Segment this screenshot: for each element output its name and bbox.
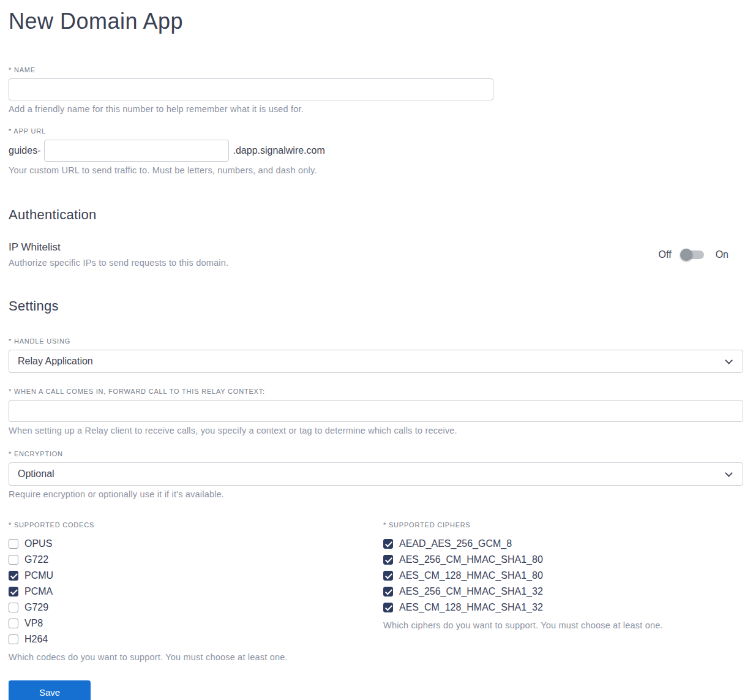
- encryption-value: Optional: [18, 469, 54, 480]
- codecs-ciphers-grid: * SUPPORTED CODECS OPUS G722 PCMU PCMA: [9, 521, 743, 662]
- chevron-down-icon: [725, 469, 733, 477]
- codec-option-label: OPUS: [24, 538, 52, 549]
- handle-using-select[interactable]: Relay Application: [9, 350, 743, 373]
- codec-option-pcmu[interactable]: PCMU: [9, 568, 383, 584]
- checkbox-icon[interactable]: [383, 555, 393, 565]
- app-url-prefix: guides-: [9, 145, 40, 156]
- ip-whitelist-label: IP Whitelist: [9, 241, 228, 254]
- toggle-on-label: On: [716, 249, 729, 260]
- toggle-knob-icon: [680, 249, 692, 261]
- checkbox-icon[interactable]: [9, 555, 18, 565]
- ip-whitelist-row: IP Whitelist Authorize specific IPs to s…: [9, 241, 743, 268]
- handle-using-group: * HANDLE USING Relay Application: [9, 337, 743, 373]
- cipher-option-aes-256-cm-hmac-sha1-32[interactable]: AES_256_CM_HMAC_SHA1_32: [383, 584, 743, 600]
- codec-option-label: G729: [24, 602, 48, 613]
- codec-option-label: G722: [24, 554, 48, 565]
- name-input[interactable]: [9, 78, 493, 100]
- cipher-option-label: AEAD_AES_256_GCM_8: [399, 538, 512, 549]
- name-field-group: * NAME Add a friendly name for this numb…: [9, 66, 743, 114]
- app-url-suffix: .dapp.signalwire.com: [233, 145, 324, 156]
- relay-context-group: * WHEN A CALL COMES IN, FORWARD CALL TO …: [9, 388, 743, 435]
- app-url-helper: Your custom URL to send traffic to. Must…: [9, 165, 743, 175]
- checkbox-icon[interactable]: [9, 571, 18, 581]
- cipher-option-aes-cm-128-hmac-sha1-32[interactable]: AES_CM_128_HMAC_SHA1_32: [383, 600, 743, 615]
- encryption-helper: Require encryption or optionally use it …: [9, 489, 743, 499]
- codec-option-vp8[interactable]: VP8: [9, 615, 383, 631]
- checkbox-icon[interactable]: [383, 603, 393, 612]
- app-url-row: guides- .dapp.signalwire.com: [9, 140, 743, 162]
- relay-context-label: * WHEN A CALL COMES IN, FORWARD CALL TO …: [9, 388, 743, 395]
- codecs-column: * SUPPORTED CODECS OPUS G722 PCMU PCMA: [9, 521, 383, 662]
- ciphers-helper: Which ciphers do you want to support. Yo…: [383, 620, 743, 630]
- page-title: New Domain App: [9, 9, 743, 34]
- cipher-option-label: AES_CM_128_HMAC_SHA1_32: [399, 602, 543, 613]
- chevron-down-icon: [725, 356, 733, 364]
- cipher-option-aead-aes-256-gcm-8[interactable]: AEAD_AES_256_GCM_8: [383, 536, 743, 552]
- checkbox-icon[interactable]: [9, 619, 18, 628]
- ip-whitelist-toggle-group: Off On: [659, 248, 729, 262]
- codec-option-label: VP8: [24, 618, 43, 629]
- checkbox-icon[interactable]: [383, 571, 393, 581]
- codec-option-label: PCMU: [24, 570, 53, 581]
- ip-whitelist-toggle[interactable]: [680, 248, 707, 262]
- app-url-input[interactable]: [44, 140, 229, 162]
- cipher-option-label: AES_256_CM_HMAC_SHA1_32: [399, 586, 543, 597]
- checkbox-icon[interactable]: [383, 587, 393, 597]
- codec-option-opus[interactable]: OPUS: [9, 536, 383, 552]
- codec-option-label: H264: [24, 634, 48, 645]
- authentication-heading: Authentication: [9, 207, 743, 223]
- codec-option-label: PCMA: [24, 586, 53, 597]
- checkbox-icon[interactable]: [9, 634, 18, 644]
- cipher-option-aes-256-cm-hmac-sha1-80[interactable]: AES_256_CM_HMAC_SHA1_80: [383, 552, 743, 568]
- toggle-off-label: Off: [659, 249, 672, 260]
- codecs-helper: Which codecs do you want to support. You…: [9, 652, 383, 662]
- ciphers-label: * SUPPORTED CIPHERS: [383, 521, 743, 529]
- name-label: * NAME: [9, 66, 743, 73]
- cipher-option-label: AES_CM_128_HMAC_SHA1_80: [399, 570, 543, 581]
- encryption-label: * ENCRYPTION: [9, 450, 743, 457]
- encryption-group: * ENCRYPTION Optional Require encryption…: [9, 450, 743, 499]
- codec-option-g722[interactable]: G722: [9, 552, 383, 568]
- handle-using-label: * HANDLE USING: [9, 337, 743, 345]
- ip-whitelist-helper: Authorize specific IPs to send requests …: [9, 258, 228, 268]
- codecs-label: * SUPPORTED CODECS: [9, 521, 383, 529]
- app-url-field-group: * APP URL guides- .dapp.signalwire.com Y…: [9, 127, 743, 175]
- settings-heading: Settings: [9, 298, 743, 314]
- ciphers-list: AEAD_AES_256_GCM_8 AES_256_CM_HMAC_SHA1_…: [383, 536, 743, 615]
- cipher-option-aes-cm-128-hmac-sha1-80[interactable]: AES_CM_128_HMAC_SHA1_80: [383, 568, 743, 584]
- name-helper: Add a friendly name for this number to h…: [9, 104, 743, 114]
- ciphers-column: * SUPPORTED CIPHERS AEAD_AES_256_GCM_8 A…: [383, 521, 743, 630]
- save-button[interactable]: Save: [9, 680, 91, 700]
- checkbox-icon[interactable]: [383, 539, 393, 549]
- relay-context-input[interactable]: [9, 400, 743, 422]
- new-domain-app-page: New Domain App * NAME Add a friendly nam…: [0, 0, 753, 700]
- codec-option-pcma[interactable]: PCMA: [9, 584, 383, 600]
- checkbox-icon[interactable]: [9, 603, 18, 612]
- codec-option-g729[interactable]: G729: [9, 600, 383, 615]
- relay-context-helper: When setting up a Relay client to receiv…: [9, 426, 743, 435]
- encryption-select[interactable]: Optional: [9, 462, 743, 486]
- checkbox-icon[interactable]: [9, 539, 18, 549]
- cipher-option-label: AES_256_CM_HMAC_SHA1_80: [399, 554, 543, 565]
- handle-using-value: Relay Application: [18, 356, 93, 367]
- app-url-label: * APP URL: [9, 127, 743, 135]
- ip-whitelist-text: IP Whitelist Authorize specific IPs to s…: [9, 241, 228, 268]
- codecs-list: OPUS G722 PCMU PCMA G729: [9, 536, 383, 647]
- codec-option-h264[interactable]: H264: [9, 631, 383, 647]
- checkbox-icon[interactable]: [9, 587, 18, 597]
